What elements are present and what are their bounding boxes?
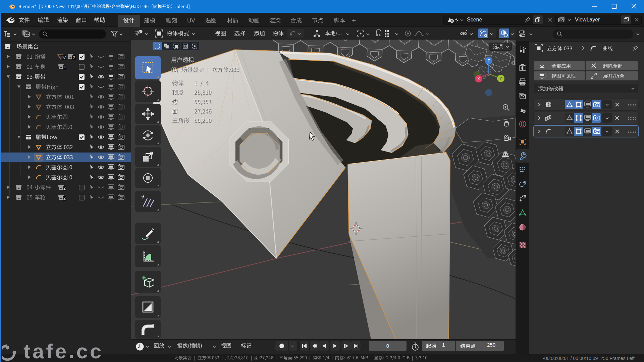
svg-text:X: X (477, 77, 480, 81)
svg-text:Z: Z (488, 59, 490, 63)
svg-text:Y: Y (499, 76, 502, 80)
svg-text:tafe.cc: tafe.cc (23, 343, 103, 362)
